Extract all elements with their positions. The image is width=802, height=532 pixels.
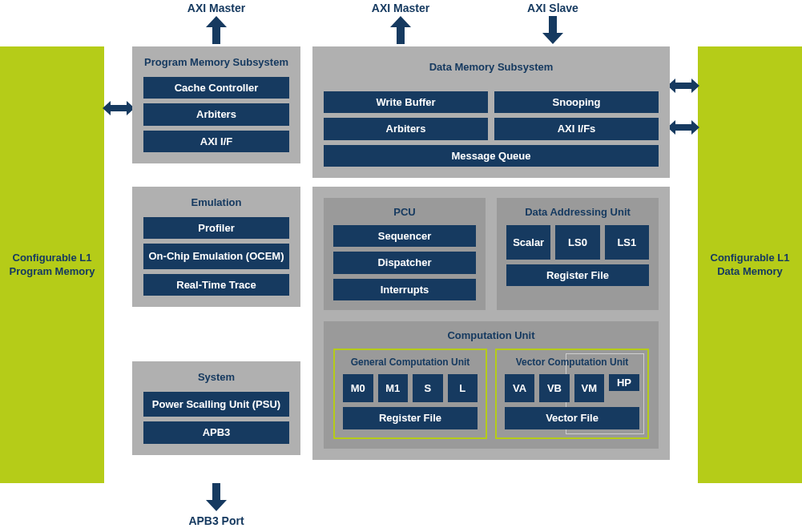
panel-program-memory: Program Memory Subsystem Cache Controlle… <box>132 46 300 163</box>
block-l1-program-memory: Configurable L1 Program Memory <box>0 46 104 483</box>
arrow-lr-right-1 <box>667 77 699 95</box>
chip-ls1: LS1 <box>605 225 649 260</box>
chip-ocem: On-Chip Emulation (OCEM) <box>143 244 289 269</box>
arrow-lr-right-2 <box>667 119 699 136</box>
title-emulation: Emulation <box>143 196 289 209</box>
chip-snooping: Snooping <box>494 91 659 114</box>
chip-scalar: Scalar <box>506 225 550 260</box>
chip-psu: Power Scalling Unit (PSU) <box>143 392 289 417</box>
chip-arbiters-pm: Arbiters <box>143 103 289 126</box>
label-axi-master-1: AXI Master <box>168 2 264 14</box>
chip-m1: M1 <box>378 374 409 402</box>
chip-axi-if: AXI I/F <box>143 131 289 153</box>
chip-profiler: Profiler <box>143 217 289 240</box>
svg-marker-3 <box>103 101 135 115</box>
chip-vm: VM <box>574 374 604 402</box>
label-axi-slave: AXI Slave <box>505 2 601 14</box>
panel-compute-container: PCU Sequencer Dispatcher Interrupts Data… <box>312 187 670 460</box>
chip-axi-ifs: AXI I/Fs <box>494 118 659 140</box>
svg-marker-4 <box>667 79 699 93</box>
arrow-down-1 <box>541 16 565 44</box>
title-dau: Data Addressing Unit <box>506 206 649 219</box>
panel-computation-unit: Computation Unit General Computation Uni… <box>324 321 659 449</box>
svg-marker-5 <box>667 120 699 135</box>
chip-interrupts: Interrupts <box>333 279 476 301</box>
title-pcu: PCU <box>333 206 476 219</box>
chip-apb3: APB3 <box>143 421 289 444</box>
title-gcu: General Computation Unit <box>343 357 478 368</box>
arrow-lr-left <box>103 99 135 117</box>
chip-gcu-register-file: Register File <box>343 407 478 429</box>
chip-cache-controller: Cache Controller <box>143 77 289 99</box>
label-axi-master-2: AXI Master <box>353 2 449 14</box>
chip-vector-file: Vector File <box>505 407 639 429</box>
title-program-memory: Program Memory Subsystem <box>143 56 289 69</box>
chip-sequencer: Sequencer <box>333 225 476 248</box>
chip-m0: M0 <box>343 374 373 402</box>
title-system: System <box>143 371 289 384</box>
svg-marker-2 <box>542 16 563 44</box>
chip-arbiters-dm: Arbiters <box>324 118 488 140</box>
panel-emulation: Emulation Profiler On-Chip Emulation (OC… <box>132 187 300 307</box>
panel-pcu: PCU Sequencer Dispatcher Interrupts <box>324 198 486 310</box>
panel-data-memory: Data Memory Subsystem Write Buffer Snoop… <box>312 46 670 178</box>
panel-dau: Data Addressing Unit Scalar LS0 LS1 Regi… <box>497 198 659 310</box>
chip-vb: VB <box>539 374 569 402</box>
svg-marker-0 <box>206 16 227 44</box>
chip-ls0: LS0 <box>555 225 599 260</box>
title-computation-unit: Computation Unit <box>333 329 649 342</box>
arrow-up-2 <box>389 16 413 44</box>
panel-vcu: Vector Computation Unit VA VB VM HP Vect… <box>495 349 649 439</box>
panel-system: System Power Scalling Unit (PSU) APB3 <box>132 361 300 455</box>
chip-s: S <box>413 374 443 402</box>
title-vcu: Vector Computation Unit <box>505 357 639 368</box>
chip-write-buffer: Write Buffer <box>324 91 488 114</box>
chip-message-queue: Message Queue <box>324 145 659 167</box>
chip-dau-register-file: Register File <box>506 264 649 287</box>
svg-marker-6 <box>206 483 227 511</box>
block-l1-data-memory: Configurable L1 Data Memory <box>698 46 802 483</box>
arrow-down-system <box>204 483 228 511</box>
arrow-up-1 <box>204 16 228 44</box>
panel-gcu: General Computation Unit M0 M1 S L Regis… <box>333 349 487 439</box>
chip-dispatcher: Dispatcher <box>333 252 476 274</box>
chip-va: VA <box>505 374 534 402</box>
chip-l: L <box>448 374 478 402</box>
chip-hp: HP <box>609 374 639 391</box>
chip-realtime-trace: Real-Time Trace <box>143 274 289 296</box>
label-apb3-port: APB3 Port <box>168 514 264 527</box>
title-data-memory: Data Memory Subsystem <box>324 61 659 74</box>
svg-marker-1 <box>390 16 411 44</box>
